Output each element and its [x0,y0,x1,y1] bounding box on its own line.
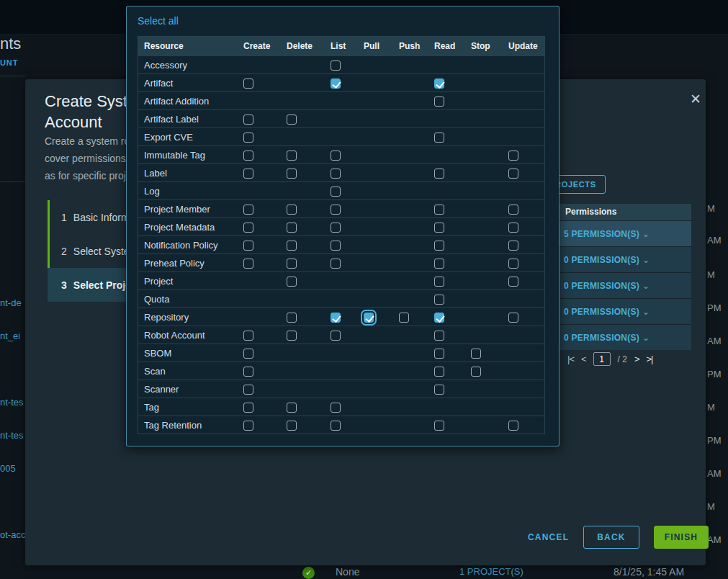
delete-checkbox[interactable] [287,331,297,341]
project-permission-row[interactable]: 0 PERMISSION(S)⌄ [558,272,691,298]
read-checkbox[interactable] [434,367,444,377]
create-cell [241,401,284,413]
read-checkbox[interactable] [434,241,444,251]
project-permission-row[interactable]: 0 PERMISSION(S)⌄ [558,246,691,272]
list-checkbox[interactable] [331,421,341,431]
select-all-link[interactable]: Select all [138,15,179,27]
timestamp-fragment: M [707,203,715,214]
read-checkbox[interactable] [434,169,444,179]
first-page-icon[interactable]: |< [567,354,574,364]
delete-checkbox[interactable] [287,277,297,287]
create-checkbox[interactable] [243,403,253,413]
close-icon[interactable]: ✕ [690,92,701,106]
column-header-resource: Resource [138,41,241,51]
update-cell [506,149,546,161]
read-checkbox[interactable] [434,295,444,305]
read-checkbox[interactable] [434,78,444,89]
create-checkbox[interactable] [243,421,253,431]
create-checkbox[interactable] [243,241,253,251]
create-checkbox[interactable] [243,349,253,359]
update-checkbox[interactable] [508,169,518,179]
list-checkbox[interactable] [331,169,341,179]
project-permission-row[interactable]: 0 PERMISSION(S)⌄ [558,324,691,350]
list-checkbox[interactable] [331,331,341,341]
project-permission-row[interactable]: 0 PERMISSION(S)⌄ [558,298,691,324]
create-checkbox[interactable] [243,78,253,89]
resource-name: Log [138,186,241,197]
update-checkbox[interactable] [508,241,518,251]
push-checkbox[interactable] [399,313,409,323]
create-checkbox[interactable] [243,367,253,377]
delete-checkbox[interactable] [287,169,297,179]
read-checkbox[interactable] [434,349,444,359]
list-checkbox[interactable] [331,78,341,89]
read-checkbox[interactable] [434,223,444,233]
delete-checkbox[interactable] [287,223,297,233]
create-checkbox[interactable] [243,259,253,269]
page-number-input[interactable] [593,352,611,366]
read-checkbox[interactable] [434,259,444,269]
cancel-button[interactable]: CANCEL [528,532,569,542]
timestamp-fragment: AM [707,235,722,246]
column-header-update: Update [506,41,546,51]
update-checkbox[interactable] [508,259,518,269]
read-checkbox[interactable] [434,205,444,215]
list-checkbox[interactable] [331,403,341,413]
delete-checkbox[interactable] [287,403,297,413]
list-checkbox[interactable] [331,223,341,233]
update-checkbox[interactable] [508,151,518,161]
create-checkbox[interactable] [243,223,253,233]
read-checkbox[interactable] [434,313,444,323]
delete-cell [284,275,328,287]
create-checkbox[interactable] [243,133,253,143]
update-checkbox[interactable] [508,205,518,215]
update-checkbox[interactable] [508,313,518,323]
pull-checkbox[interactable] [364,313,374,323]
read-checkbox[interactable] [434,385,444,395]
create-cell [241,419,284,431]
delete-checkbox[interactable] [287,115,297,125]
delete-checkbox[interactable] [287,151,297,161]
create-checkbox[interactable] [243,169,253,179]
stop-checkbox[interactable] [471,367,481,377]
list-checkbox[interactable] [331,313,341,323]
create-checkbox[interactable] [243,385,253,395]
list-checkbox[interactable] [331,259,341,269]
delete-checkbox[interactable] [287,205,297,215]
permission-count-label: 0 PERMISSION(S) [564,281,639,291]
read-checkbox[interactable] [434,277,444,287]
stop-checkbox[interactable] [471,349,481,359]
delete-checkbox[interactable] [287,241,297,251]
finish-button[interactable]: FINISH [654,526,709,549]
update-checkbox[interactable] [508,277,518,287]
resource-name: Notification Policy [138,240,241,251]
resource-row: Robot Account [138,326,544,344]
read-checkbox[interactable] [434,133,444,143]
prev-page-icon[interactable]: < [581,354,586,364]
create-checkbox[interactable] [243,331,253,341]
chevron-down-icon: ⌄ [642,307,650,317]
resource-row: Scan [138,362,544,380]
list-checkbox[interactable] [331,241,341,251]
read-checkbox[interactable] [434,331,444,341]
create-checkbox[interactable] [243,151,253,161]
read-checkbox[interactable] [434,96,444,107]
create-checkbox[interactable] [243,205,253,215]
list-cell [328,419,361,431]
list-checkbox[interactable] [331,60,341,71]
back-button[interactable]: BACK [583,526,639,549]
delete-checkbox[interactable] [287,259,297,269]
update-checkbox[interactable] [508,421,518,431]
read-checkbox[interactable] [434,421,444,431]
project-permission-row[interactable]: 5 PERMISSION(S)⌄ [558,220,691,246]
create-checkbox[interactable] [243,115,253,125]
list-checkbox[interactable] [331,151,341,161]
next-page-icon[interactable]: > [634,354,639,364]
update-checkbox[interactable] [508,223,518,233]
list-checkbox[interactable] [331,205,341,215]
delete-checkbox[interactable] [287,313,297,323]
last-page-icon[interactable]: >| [647,354,653,364]
delete-checkbox[interactable] [287,421,297,431]
list-checkbox[interactable] [331,187,341,197]
read-cell [432,383,469,395]
